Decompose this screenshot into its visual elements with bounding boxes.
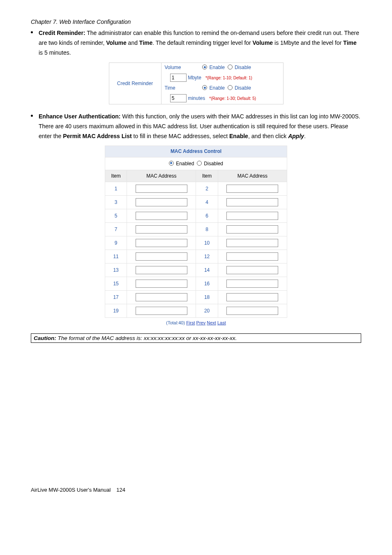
time-input[interactable] (170, 94, 187, 102)
mac-input[interactable] (226, 252, 278, 261)
bullet-item: Credit Reminder: The administrator can e… (31, 28, 361, 58)
mac-input[interactable] (226, 239, 278, 247)
bullet-icon (31, 115, 33, 117)
item-number: 5 (105, 209, 127, 222)
volume-input[interactable] (170, 74, 187, 82)
item-number: 18 (196, 290, 218, 304)
chapter-heading: Chapter 7. Web Interface Configuration (31, 18, 361, 25)
table-row: 78 (105, 222, 287, 236)
item-number: 3 (105, 195, 127, 209)
item-number: 13 (105, 263, 127, 277)
radio-disabled-icon[interactable] (197, 161, 202, 166)
item-number: 4 (196, 195, 218, 209)
col-header-item: Item (105, 170, 127, 182)
mac-input[interactable] (136, 293, 187, 301)
item-number: 17 (105, 290, 127, 304)
item-number: 19 (105, 304, 127, 317)
pager: (Total:40) First Prev Next Last (31, 320, 361, 325)
mac-input[interactable] (226, 212, 278, 220)
col-header-mac: MAC Address (127, 170, 196, 182)
bullet-icon (31, 31, 33, 33)
bullet-item: Enhance User Authentication: With this f… (31, 112, 361, 141)
table-row: 910 (105, 236, 287, 250)
mac-input[interactable] (136, 239, 187, 247)
item-number: 7 (105, 222, 127, 236)
mac-input[interactable] (136, 280, 187, 288)
mac-input[interactable] (226, 185, 278, 193)
credit-reminder-label: Credit Reminder (109, 63, 161, 104)
mac-input[interactable] (136, 198, 187, 206)
enabled-label: Enabled (176, 161, 194, 166)
item-number: 1 (105, 182, 127, 195)
enable-label: Enable (210, 85, 225, 91)
mbyte-unit: Mbyte (188, 75, 201, 81)
item-number: 14 (196, 263, 218, 277)
disabled-label: Disabled (204, 161, 223, 166)
page-number: 124 (116, 487, 125, 493)
mac-input[interactable] (226, 198, 278, 206)
table-row: 1920 (105, 304, 287, 317)
table-row: 34 (105, 195, 287, 209)
disable-label: Disable (235, 65, 251, 70)
table-row: 56 (105, 209, 287, 222)
item-number: 12 (196, 250, 218, 263)
mac-input[interactable] (136, 266, 187, 274)
item-number: 11 (105, 250, 127, 263)
table-row: 1718 (105, 290, 287, 304)
caution-lead: Caution: (34, 335, 56, 341)
time-label: Time (165, 85, 187, 91)
item-number: 8 (196, 222, 218, 236)
item-number: 10 (196, 236, 218, 250)
radio-enable-icon[interactable] (202, 85, 207, 90)
minutes-unit: minutes (188, 95, 205, 101)
item-number: 15 (105, 277, 127, 290)
mac-input[interactable] (136, 252, 187, 261)
mac-input[interactable] (226, 293, 278, 301)
caution-text: The format of the MAC address is: xx:xx:… (56, 335, 237, 341)
mac-title: MAC Address Control (105, 146, 287, 157)
mac-input[interactable] (226, 280, 278, 288)
volume-range-note: *(Range: 1-10; Default: 1) (205, 76, 252, 80)
radio-disable-icon[interactable] (228, 85, 233, 90)
item-number: 16 (196, 277, 218, 290)
credit-reminder-table: Credit Reminder Volume Enable Disable Mb… (109, 62, 284, 104)
pager-total: (Total:40) (166, 320, 185, 325)
bullet-text: Enhance User Authentication: With this f… (39, 112, 361, 141)
radio-enabled-icon[interactable] (169, 161, 174, 166)
pager-link-last[interactable]: Last (217, 320, 226, 325)
pager-link-first[interactable]: First (186, 320, 195, 325)
pager-link-next[interactable]: Next (207, 320, 216, 325)
table-row: 12 (105, 182, 287, 195)
time-range-note: *(Range: 1-30; Default: 5) (209, 96, 256, 101)
mac-input[interactable] (226, 225, 278, 234)
item-number: 2 (196, 182, 218, 195)
pager-link-prev[interactable]: Prev (196, 320, 206, 325)
table-row: 1314 (105, 263, 287, 277)
mac-input[interactable] (136, 225, 187, 234)
mac-input[interactable] (226, 307, 278, 315)
item-number: 6 (196, 209, 218, 222)
disable-label: Disable (235, 85, 251, 91)
mac-input[interactable] (136, 212, 187, 220)
mac-input[interactable] (136, 307, 187, 315)
mac-address-table: MAC Address Control Enabled Disabled Ite… (105, 146, 287, 318)
footer-left: AirLive MW-2000S User's Manual (31, 487, 111, 493)
col-header-mac: MAC Address (218, 170, 287, 182)
col-header-item: Item (196, 170, 218, 182)
table-row: 1112 (105, 250, 287, 263)
item-number: 20 (196, 304, 218, 317)
item-number: 9 (105, 236, 127, 250)
table-row: 1516 (105, 277, 287, 290)
radio-enable-icon[interactable] (202, 65, 207, 69)
mac-input[interactable] (226, 266, 278, 274)
enable-label: Enable (210, 65, 225, 70)
caution-box: Caution: The format of the MAC address i… (31, 333, 361, 343)
volume-label: Volume (165, 65, 187, 70)
mac-enable-row: Enabled Disabled (105, 157, 287, 170)
radio-disable-icon[interactable] (228, 65, 233, 69)
bullet-text: Credit Reminder: The administrator can e… (39, 28, 361, 58)
mac-input[interactable] (136, 185, 187, 193)
